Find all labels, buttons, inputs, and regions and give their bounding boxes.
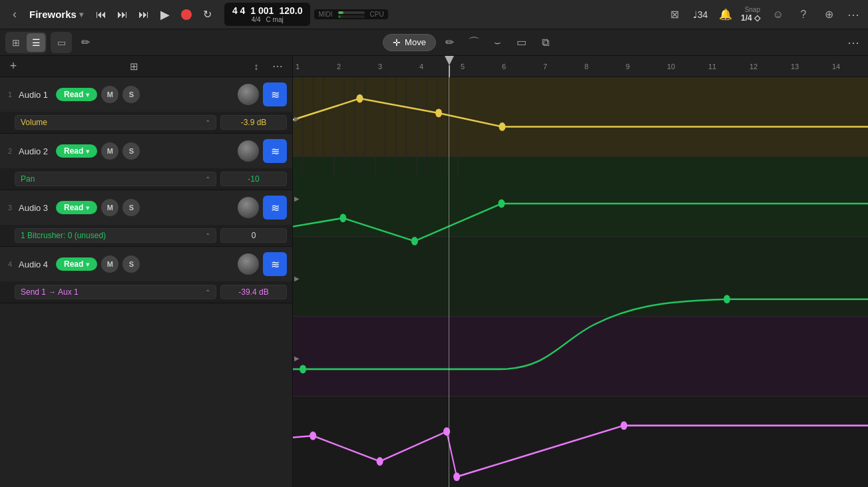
track-3-param-name: 1 Bitcrusher: 0 (unused)	[21, 231, 106, 240]
track-2-bottom: Pan ⌃ -10	[0, 168, 292, 190]
close-x-button[interactable]: ⊠	[665, 5, 685, 25]
track-1-param-value[interactable]: -3.9 dB	[220, 115, 287, 130]
track-4-waveform-button[interactable]: ≋	[263, 252, 287, 276]
cpu-bars	[338, 11, 365, 18]
track-3-param-select[interactable]: 1 Bitcrusher: 0 (unused) ⌃	[15, 228, 216, 243]
project-chevron-icon[interactable]: ▾	[79, 10, 83, 19]
pencil-tool-button[interactable]: ✏	[440, 33, 460, 53]
move-icon: ✛	[393, 37, 401, 48]
svg-point-36	[453, 472, 460, 481]
track-3-waveform-button[interactable]: ≋	[263, 196, 287, 220]
toolbar-left: ⊞ ☰ ▭ ✏	[5, 32, 95, 53]
track-1-solo-button[interactable]: S	[122, 86, 140, 103]
marquee-tool-button[interactable]: ▭	[512, 33, 532, 53]
pen-tool-button[interactable]: ✏	[76, 33, 95, 52]
track-2-name: Audio 2	[19, 146, 52, 156]
track-4-read-chevron-icon: ▾	[86, 261, 89, 268]
track-3-solo-button[interactable]: S	[122, 199, 140, 216]
track-3-param-chevron-icon: ⌃	[205, 232, 210, 240]
main-content: + ⊞ ↕ ⋯ 1 Audio 1 Read ▾ M S	[0, 56, 868, 487]
track-4-param-value[interactable]: -39.4 dB	[220, 285, 287, 299]
track-3-mute-button[interactable]: M	[101, 199, 118, 216]
move-label: Move	[405, 37, 426, 47]
track-lane-4	[293, 317, 868, 397]
track-1-read-button[interactable]: Read ▾	[56, 88, 97, 101]
track-1-param-select[interactable]: Volume ⌃	[15, 115, 216, 130]
track-3-read-button[interactable]: Read ▾	[56, 201, 97, 214]
list-view-button[interactable]: ☰	[27, 33, 45, 52]
track-3-read-label: Read	[64, 203, 83, 212]
back-button[interactable]: ‹	[5, 5, 24, 24]
bar-position: 1 001	[250, 5, 274, 16]
track-4-volume-knob[interactable]	[238, 253, 259, 275]
track-1-volume-knob[interactable]	[238, 84, 259, 105]
settings-button[interactable]: ⊕	[819, 5, 839, 25]
ruler-mark-8: 8	[582, 56, 588, 77]
smiley-icon[interactable]: ☺	[768, 5, 788, 25]
record-button[interactable]	[176, 5, 196, 25]
playhead-line	[449, 77, 449, 487]
curve-tool-button[interactable]: ⌒	[464, 33, 484, 53]
track-1-param-chevron-icon: ⌃	[205, 119, 210, 126]
add-track-button[interactable]: +	[5, 59, 21, 75]
track-1-waveform-button[interactable]: ≋	[263, 82, 287, 106]
copy-tool-button[interactable]: ⧉	[536, 33, 556, 53]
ruler-mark-1: 1	[293, 56, 300, 77]
track-2-param-select[interactable]: Pan ⌃	[15, 172, 216, 186]
move-tool-button[interactable]: ✛ Move	[383, 34, 436, 51]
track-1-waveform-icon: ≋	[271, 88, 280, 101]
track-4-mute-button[interactable]: M	[101, 255, 118, 273]
more-button[interactable]: ⋯	[844, 5, 863, 24]
track-2-param-name: Pan	[21, 174, 35, 184]
track-2-number: 2	[5, 147, 15, 155]
track-2-volume-knob[interactable]	[238, 140, 259, 162]
sidebar-options-button[interactable]: ⋯	[268, 57, 287, 76]
snap-value[interactable]: 1/4 ◇	[741, 13, 760, 23]
track-2-mute-button[interactable]: M	[101, 142, 118, 160]
track-3-top: 3 Audio 3 Read ▾ M S ≋	[0, 190, 292, 225]
track-2-read-button[interactable]: Read ▾	[56, 144, 97, 158]
folder-view-button[interactable]: ⊞	[125, 57, 144, 76]
track-3-number: 3	[5, 204, 15, 212]
tracks-canvas[interactable]: ▶ ▶ ▶ ▶	[293, 77, 868, 487]
sidebar-header-center: ⊞	[21, 57, 247, 76]
ruler-mark-5: 5	[458, 56, 465, 77]
project-name: Fireworks ▾	[29, 9, 83, 20]
track-4-param-select[interactable]: Send 1 → Aux 1 ⌃	[15, 285, 216, 299]
track-4-read-button[interactable]: Read ▾	[56, 257, 97, 271]
track-2-solo-button[interactable]: S	[122, 142, 140, 160]
bars-number-display: ♩34	[690, 5, 710, 25]
toolbar-right: ⋯	[844, 33, 863, 52]
ruler-mark-4: 4	[417, 56, 423, 77]
track-1-name: Audio 1	[19, 90, 52, 100]
loop-button[interactable]: ↻	[198, 5, 218, 25]
track-3-volume-knob[interactable]	[238, 197, 259, 218]
prev-button[interactable]: ⏭	[134, 5, 154, 25]
toolbar-center: ✛ Move ✏ ⌒ ⌣ ▭ ⧉	[95, 33, 844, 53]
alert-icon[interactable]: 🔔	[716, 5, 736, 25]
grid-view-button[interactable]: ⊞	[7, 33, 25, 52]
svg-point-37	[620, 421, 627, 430]
toolbar-more-button[interactable]: ⋯	[844, 33, 863, 52]
help-button[interactable]: ?	[793, 5, 813, 25]
window-button[interactable]: ▭	[52, 33, 71, 52]
track-2-param-value[interactable]: -10	[220, 172, 287, 186]
track-1-mute-button[interactable]: M	[101, 86, 118, 103]
track-4-solo-button[interactable]: S	[122, 255, 140, 273]
ruler-mark-13: 13	[788, 56, 799, 77]
position-display[interactable]: 4 4 1 001 120.0 4/4 C maj	[224, 3, 311, 26]
fast-forward-button[interactable]: ⏭	[112, 5, 132, 25]
bpm-display: 120.0	[279, 5, 302, 16]
track-4-bottom: Send 1 → Aux 1 ⌃ -39.4 dB	[0, 281, 292, 303]
resize-button[interactable]: ↕	[247, 57, 266, 76]
arrangement-area[interactable]: 1 2 3 4 5 6 7 8 9 10 11 12 13 14	[293, 56, 868, 487]
rewind-button[interactable]: ⏮	[91, 5, 111, 25]
bezier-tool-button[interactable]: ⌣	[488, 33, 508, 53]
playhead-ruler-indicator	[445, 56, 454, 77]
ruler-mark-9: 9	[623, 56, 630, 77]
track-2-waveform-button[interactable]: ≋	[263, 139, 287, 163]
play-button[interactable]: ▶	[155, 5, 175, 25]
track-3-param-value[interactable]: 0	[220, 228, 287, 243]
ruler-mark-10: 10	[664, 56, 675, 77]
view-tool-group: ⊞ ☰	[5, 32, 47, 53]
